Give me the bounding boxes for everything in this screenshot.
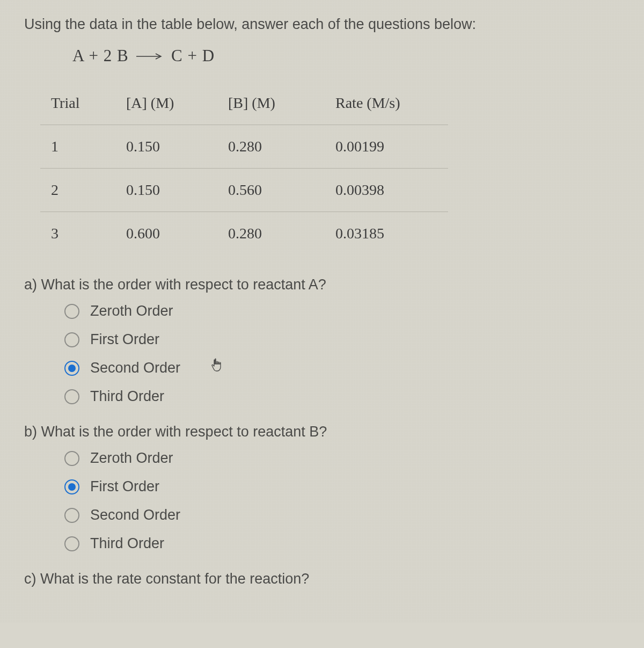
table-cell: 0.00199 bbox=[330, 125, 448, 169]
option-third-order[interactable]: Third Order bbox=[64, 388, 620, 405]
option-label: Second Order bbox=[90, 360, 180, 376]
radio-icon bbox=[64, 361, 79, 376]
option-first-order[interactable]: First Order bbox=[64, 331, 620, 348]
option-label: First Order bbox=[90, 331, 159, 348]
option-zeroth-order[interactable]: Zeroth Order bbox=[64, 450, 620, 467]
table-cell: 0.280 bbox=[223, 125, 330, 169]
data-table: Trial [A] (M) [B] (M) Rate (M/s) 1 0.150… bbox=[40, 82, 448, 255]
table-cell: 0.600 bbox=[121, 212, 223, 256]
reaction-equation: A + 2 B C + D bbox=[72, 46, 620, 65]
question-a: a) What is the order with respect to rea… bbox=[24, 276, 620, 405]
option-second-order[interactable]: Second Order bbox=[64, 360, 620, 376]
question-a-options: Zeroth Order First Order Second Order Th… bbox=[64, 303, 620, 405]
arrow-icon bbox=[136, 45, 163, 64]
option-second-order[interactable]: Second Order bbox=[64, 507, 620, 523]
table-cell: 1 bbox=[40, 125, 121, 169]
question-c-text: c) What is the rate constant for the rea… bbox=[24, 571, 620, 587]
table-header: Trial bbox=[40, 82, 121, 125]
intro-text: Using the data in the table below, answe… bbox=[24, 16, 620, 33]
table-cell: 0.150 bbox=[121, 125, 223, 169]
table-cell: 0.280 bbox=[223, 212, 330, 256]
question-b-options: Zeroth Order First Order Second Order Th… bbox=[64, 450, 620, 552]
question-b: b) What is the order with respect to rea… bbox=[24, 424, 620, 552]
table-row: 3 0.600 0.280 0.03185 bbox=[40, 212, 448, 256]
table-header: [A] (M) bbox=[121, 82, 223, 125]
option-label: Zeroth Order bbox=[90, 303, 173, 319]
option-label: First Order bbox=[90, 478, 159, 495]
table-header: Rate (M/s) bbox=[330, 82, 448, 125]
table-cell: 0.03185 bbox=[330, 212, 448, 256]
option-label: Third Order bbox=[90, 535, 164, 552]
table-row: 1 0.150 0.280 0.00199 bbox=[40, 125, 448, 169]
table-row: 2 0.150 0.560 0.00398 bbox=[40, 169, 448, 212]
question-page: Using the data in the table below, answe… bbox=[0, 0, 644, 622]
table-cell: 0.560 bbox=[223, 169, 330, 212]
radio-icon bbox=[64, 304, 79, 319]
option-label: Second Order bbox=[90, 507, 180, 523]
radio-icon bbox=[64, 389, 79, 404]
option-first-order[interactable]: First Order bbox=[64, 478, 620, 495]
option-zeroth-order[interactable]: Zeroth Order bbox=[64, 303, 620, 319]
table-header-row: Trial [A] (M) [B] (M) Rate (M/s) bbox=[40, 82, 448, 125]
option-third-order[interactable]: Third Order bbox=[64, 535, 620, 552]
option-label: Zeroth Order bbox=[90, 450, 173, 467]
equation-lhs: A + 2 B bbox=[72, 46, 129, 65]
question-b-text: b) What is the order with respect to rea… bbox=[24, 424, 620, 440]
question-a-text: a) What is the order with respect to rea… bbox=[24, 276, 620, 293]
table-cell: 0.00398 bbox=[330, 169, 448, 212]
radio-icon bbox=[64, 508, 79, 523]
table-cell: 2 bbox=[40, 169, 121, 212]
table-cell: 3 bbox=[40, 212, 121, 256]
radio-icon bbox=[64, 536, 79, 551]
question-c: c) What is the rate constant for the rea… bbox=[24, 571, 620, 587]
option-label: Third Order bbox=[90, 388, 164, 405]
radio-icon bbox=[64, 479, 79, 494]
table-header: [B] (M) bbox=[223, 82, 330, 125]
equation-rhs: C + D bbox=[171, 46, 215, 65]
radio-icon bbox=[64, 451, 79, 466]
radio-icon bbox=[64, 332, 79, 347]
table-cell: 0.150 bbox=[121, 169, 223, 212]
